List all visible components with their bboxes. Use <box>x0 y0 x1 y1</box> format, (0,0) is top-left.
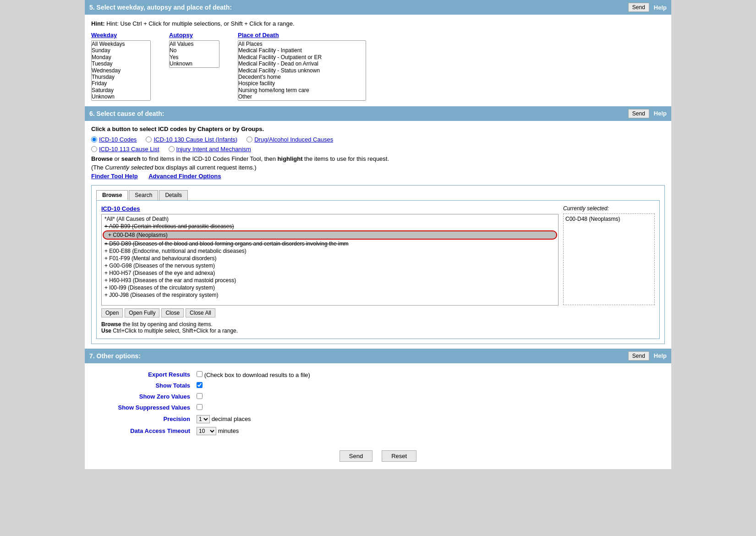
radio-icd10-130-input[interactable] <box>146 137 152 142</box>
place-of-death-select[interactable]: All Places Medical Facility - Inpatient … <box>238 40 366 101</box>
show-suppressed-row: Show Suppressed Values <box>92 403 664 413</box>
precision-select[interactable]: 0 1 2 3 4 <box>197 415 210 423</box>
radio-icd10-113-label[interactable]: ICD-10 113 Cause List <box>99 146 159 153</box>
weekday-select[interactable]: All Weekdays Sunday Monday Tuesday Wedne… <box>91 40 151 101</box>
precision-label: Precision <box>92 414 193 425</box>
icd-item-h60[interactable]: + H60-H93 (Diseases of the ear and masto… <box>103 277 557 284</box>
finder-box-inner: ICD-10 Codes *All* (All Causes of Death)… <box>101 205 655 334</box>
show-zero-values-label: Show Zero Values <box>92 392 193 402</box>
section6-header-buttons: Send Help <box>628 109 667 118</box>
section5-header: 5. Select weekday, autopsy and place of … <box>85 0 671 15</box>
weekday-link[interactable]: Weekday <box>91 32 151 38</box>
radio-icd10-130[interactable]: ICD-10 130 Cause List (Infants) <box>146 136 237 143</box>
icd-item-c00[interactable]: + C00-D48 (Neoplasms) <box>103 230 557 240</box>
section6-send-button[interactable]: Send <box>628 109 649 118</box>
icd-item-g00[interactable]: + G00-G98 (Diseases of the nervous syste… <box>103 262 557 269</box>
close-button[interactable]: Close <box>161 308 184 317</box>
timeout-label: Data Access Timeout <box>92 426 193 437</box>
bottom-buttons: Send Reset <box>85 443 671 469</box>
bottom-reset-button[interactable]: Reset <box>382 450 416 462</box>
weekday-group: Weekday All Weekdays Sunday Monday Tuesd… <box>91 32 151 101</box>
show-totals-checkbox[interactable] <box>197 382 203 388</box>
radio-icd10-113[interactable]: ICD-10 113 Cause List <box>91 146 159 153</box>
show-suppressed-checkbox[interactable] <box>197 404 203 410</box>
icd-item-e00[interactable]: + E00-E88 (Endocrine, nutritional and me… <box>103 247 557 255</box>
browse-instructions: Browse the list by opening and closing i… <box>101 321 559 334</box>
export-results-hint: (Check box to download results to a file… <box>204 372 310 378</box>
icd-list[interactable]: *All* (All Causes of Death) + A00-B99 (C… <box>101 214 559 306</box>
section7-help-link[interactable]: Help <box>654 352 667 359</box>
show-totals-row: Show Totals <box>92 381 664 391</box>
icd-item-all[interactable]: *All* (All Causes of Death) <box>103 215 557 223</box>
radio-drug-alcohol[interactable]: Drug/Alcohol Induced Causes <box>247 136 333 143</box>
section7-title: 7. Other options: <box>89 352 141 360</box>
section6-help-link[interactable]: Help <box>654 110 667 117</box>
tab-browse[interactable]: Browse <box>96 190 128 200</box>
open-button[interactable]: Open <box>101 308 123 317</box>
icd-item-i00[interactable]: + I00-I99 (Diseases of the circulatory s… <box>103 284 557 291</box>
show-zero-values-checkbox[interactable] <box>197 393 203 399</box>
autopsy-select[interactable]: All Values No Yes Unknown <box>169 40 219 68</box>
browse-inst-2: Use Ctrl+Click to multiple select, Shift… <box>101 328 559 334</box>
show-totals-value <box>194 381 664 391</box>
radio-icd10-113-input[interactable] <box>91 146 97 152</box>
radio-icd10-label[interactable]: ICD-10 Codes <box>99 136 137 143</box>
radio-injury-intent-input[interactable] <box>169 146 175 152</box>
timeout-value: 10 20 30 60 90 120 minutes <box>194 426 664 437</box>
icd-item-f01[interactable]: + F01-F99 (Mental and behavioural disord… <box>103 255 557 262</box>
icd-item-h00[interactable]: + H00-H57 (Diseases of the eye and adnex… <box>103 269 557 277</box>
radio-injury-intent-label[interactable]: Injury Intent and Mechanism <box>176 146 251 153</box>
show-suppressed-value <box>194 403 664 413</box>
precision-value: 0 1 2 3 4 decimal places <box>194 414 664 425</box>
radio-injury-intent[interactable]: Injury Intent and Mechanism <box>169 146 251 153</box>
radio-icd10-input[interactable] <box>91 137 97 142</box>
icd-item-d50[interactable]: + D50-D89 (Diseases of the blood and blo… <box>103 240 557 247</box>
tabs-row: Browse Search Details <box>96 190 660 200</box>
show-totals-label: Show Totals <box>92 381 193 391</box>
place-of-death-link[interactable]: Place of Death <box>238 32 366 38</box>
section5-send-button[interactable]: Send <box>628 3 649 12</box>
bottom-send-button[interactable]: Send <box>340 450 373 462</box>
section5-columns: Weekday All Weekdays Sunday Monday Tuesd… <box>91 32 665 101</box>
section5-content: Hint: Hint: Use Ctrl + Click for multipl… <box>85 15 671 106</box>
finder-links: Finder Tool Help Advanced Finder Options <box>91 173 665 180</box>
open-fully-button[interactable]: Open Fully <box>125 308 159 317</box>
section5-hint: Hint: Hint: Use Ctrl + Click for multipl… <box>91 20 665 27</box>
show-zero-values-value <box>194 392 664 402</box>
icd-item-j00[interactable]: + J00-J98 (Diseases of the respiratory s… <box>103 291 557 299</box>
autopsy-group: Autopsy All Values No Yes Unknown <box>169 32 219 68</box>
export-results-checkbox[interactable] <box>197 371 203 377</box>
section7-header-buttons: Send Help <box>628 351 667 361</box>
section7-send-button[interactable]: Send <box>628 351 649 361</box>
browse-text-1: Browse or search to find items in the IC… <box>91 155 665 162</box>
export-results-value: (Check box to download results to a file… <box>194 370 664 380</box>
timeout-select[interactable]: 10 20 30 60 90 120 <box>197 427 216 435</box>
radio-drug-alcohol-label[interactable]: Drug/Alcohol Induced Causes <box>254 136 333 143</box>
section6-title: 6. Select cause of death: <box>89 110 164 117</box>
tab-details[interactable]: Details <box>159 190 188 200</box>
radio-drug-alcohol-input[interactable] <box>247 137 252 142</box>
section5-help-link[interactable]: Help <box>654 4 667 11</box>
autopsy-link[interactable]: Autopsy <box>169 32 219 38</box>
precision-row: Precision 0 1 2 3 4 decimal places <box>92 414 664 425</box>
close-all-button[interactable]: Close All <box>186 308 215 317</box>
panel-title[interactable]: ICD-10 Codes <box>101 205 559 212</box>
section7-content: Export Results (Check box to download re… <box>85 363 671 443</box>
place-of-death-group: Place of Death All Places Medical Facili… <box>238 32 366 101</box>
icd-item-a00[interactable]: + A00-B99 (Certain infectious and parasi… <box>103 223 557 230</box>
section5-header-buttons: Send Help <box>628 3 667 12</box>
advanced-finder-options-link[interactable]: Advanced Finder Options <box>148 173 221 180</box>
show-suppressed-label: Show Suppressed Values <box>92 403 193 413</box>
finder-tool-help-link[interactable]: Finder Tool Help <box>91 173 138 180</box>
currently-selected-panel: Currently selected: C00-D48 (Neoplasms) <box>563 205 655 334</box>
radio-row-2: ICD-10 113 Cause List Injury Intent and … <box>91 146 665 153</box>
timeout-suffix: minutes <box>218 427 239 434</box>
radio-icd10-130-label[interactable]: ICD-10 130 Cause List (Infants) <box>153 136 237 143</box>
click-instruction: Click a button to select ICD codes by Ch… <box>91 126 665 132</box>
section5-title: 5. Select weekday, autopsy and place of … <box>89 4 232 11</box>
section7-header: 7. Other options: Send Help <box>85 349 671 363</box>
tab-search[interactable]: Search <box>129 190 158 200</box>
list-action-buttons: Open Open Fully Close Close All <box>101 308 559 317</box>
radio-icd10[interactable]: ICD-10 Codes <box>91 136 137 143</box>
section6-header: 6. Select cause of death: Send Help <box>85 106 671 121</box>
